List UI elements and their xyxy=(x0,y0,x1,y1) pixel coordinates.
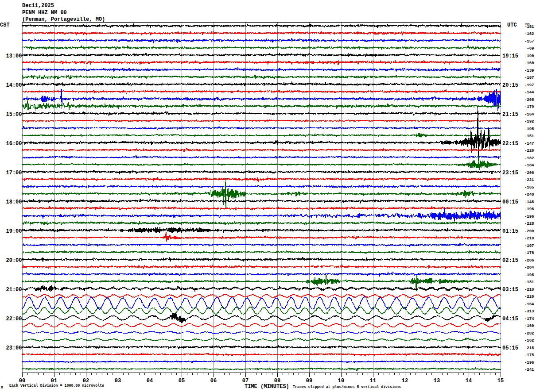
svg-text:Traces clipped at plus/minus 5: Traces clipped at plus/minus 5 vertical … xyxy=(293,385,401,389)
svg-text:-160: -160 xyxy=(524,61,534,65)
svg-text:12: 12 xyxy=(402,378,408,384)
svg-text:-206: -206 xyxy=(524,258,534,263)
svg-text:-176: -176 xyxy=(524,251,534,255)
svg-text:13: 13 xyxy=(434,378,440,384)
svg-text:-197: -197 xyxy=(524,244,534,248)
svg-text:17:00: 17:00 xyxy=(6,170,22,176)
svg-text:-165: -165 xyxy=(524,185,534,190)
svg-text:-139: -139 xyxy=(524,69,534,73)
svg-text:01:15: 01:15 xyxy=(502,228,518,234)
svg-text:23:00: 23:00 xyxy=(6,345,22,351)
svg-text:-69: -69 xyxy=(527,46,534,51)
svg-text:-160: -160 xyxy=(524,324,534,328)
svg-text:18:00: 18:00 xyxy=(6,199,22,205)
svg-text:03:15: 03:15 xyxy=(502,287,518,293)
svg-text:-182: -182 xyxy=(524,156,534,161)
svg-text:-197: -197 xyxy=(524,83,534,88)
svg-text:-190: -190 xyxy=(524,54,534,58)
svg-text:15:00: 15:00 xyxy=(6,111,22,118)
svg-text:-147: -147 xyxy=(524,142,534,146)
svg-text:21:15: 21:15 xyxy=(502,111,518,118)
svg-text:-220: -220 xyxy=(524,149,534,153)
svg-text:-162: -162 xyxy=(524,338,534,343)
svg-text:21:00: 21:00 xyxy=(6,287,22,293)
svg-text:-241: -241 xyxy=(524,368,534,372)
svg-text:-196: -196 xyxy=(524,215,534,219)
svg-text:16:00: 16:00 xyxy=(6,141,22,147)
svg-text:-164: -164 xyxy=(524,112,534,117)
svg-text:-202: -202 xyxy=(524,331,534,336)
svg-text:-218: -218 xyxy=(524,346,534,350)
svg-text:02:15: 02:15 xyxy=(502,257,518,264)
svg-text:-313: -313 xyxy=(524,309,534,314)
svg-text:11: 11 xyxy=(370,378,376,384)
svg-text:-184: -184 xyxy=(524,163,534,168)
svg-text:-195: -195 xyxy=(524,127,534,131)
svg-text:13:00: 13:00 xyxy=(6,53,22,59)
svg-text:PENM HHZ NM 00: PENM HHZ NM 00 xyxy=(22,10,67,16)
svg-text:19:00: 19:00 xyxy=(6,228,22,234)
svg-text:(Penman, Portageville, MO): (Penman, Portageville, MO) xyxy=(22,16,105,23)
svg-text:06: 06 xyxy=(210,378,217,384)
svg-text:-200: -200 xyxy=(524,229,534,234)
svg-text:05:15: 05:15 xyxy=(502,345,518,351)
svg-text:19:15: 19:15 xyxy=(502,53,518,59)
svg-text:-206: -206 xyxy=(524,171,534,175)
svg-text:-210: -210 xyxy=(524,288,534,292)
svg-text:22:15: 22:15 xyxy=(502,141,518,147)
svg-text:-210: -210 xyxy=(524,236,534,241)
svg-text:20:15: 20:15 xyxy=(502,82,518,88)
svg-text:-174: -174 xyxy=(524,317,534,321)
svg-text:UTC: UTC xyxy=(507,22,517,28)
svg-text:22:00: 22:00 xyxy=(6,316,22,322)
svg-text:04:15: 04:15 xyxy=(502,316,518,322)
svg-text:14:00: 14:00 xyxy=(6,82,22,88)
svg-text:00:15: 00:15 xyxy=(502,199,518,205)
svg-text:-144: -144 xyxy=(524,90,534,95)
svg-text:Each Vertical Division = 1000.: Each Vertical Division = 1000.00 microvo… xyxy=(9,384,104,388)
svg-text:-221: -221 xyxy=(524,178,534,182)
svg-text:-208: -208 xyxy=(524,98,534,102)
svg-text:09: 09 xyxy=(306,378,312,384)
svg-text:CST: CST xyxy=(0,22,10,28)
svg-text:-151: -151 xyxy=(524,25,534,29)
svg-text:-220: -220 xyxy=(524,295,534,299)
svg-text:23:15: 23:15 xyxy=(502,170,518,176)
svg-text:10: 10 xyxy=(338,378,344,384)
svg-text:Dec11,2025: Dec11,2025 xyxy=(22,3,54,9)
svg-text:-204: -204 xyxy=(524,265,534,270)
svg-text:M: M xyxy=(1,386,3,389)
svg-text:-157: -157 xyxy=(524,39,534,44)
svg-text:-196: -196 xyxy=(524,361,534,365)
svg-text:-151: -151 xyxy=(524,134,534,138)
svg-text:15: 15 xyxy=(497,378,504,384)
svg-text:-164: -164 xyxy=(524,302,534,307)
svg-text:TIME (MINUTES): TIME (MINUTES) xyxy=(245,384,289,390)
svg-text:-228: -228 xyxy=(524,222,534,226)
svg-text:14: 14 xyxy=(466,378,472,384)
svg-text:03: 03 xyxy=(115,378,121,384)
svg-text:-179: -179 xyxy=(524,105,534,109)
svg-text:-196: -196 xyxy=(524,207,534,211)
svg-text:04: 04 xyxy=(147,378,153,384)
svg-text:-192: -192 xyxy=(524,119,534,124)
svg-text:-162: -162 xyxy=(524,32,534,36)
svg-text:-175: -175 xyxy=(524,353,534,357)
svg-text:05: 05 xyxy=(179,378,185,384)
svg-text:20:00: 20:00 xyxy=(6,257,22,264)
svg-text:-181: -181 xyxy=(524,280,534,284)
svg-text:-248: -248 xyxy=(524,192,534,197)
svg-text:-167: -167 xyxy=(524,76,534,80)
svg-text:-198: -198 xyxy=(524,273,534,277)
svg-text:-148: -148 xyxy=(524,200,534,204)
